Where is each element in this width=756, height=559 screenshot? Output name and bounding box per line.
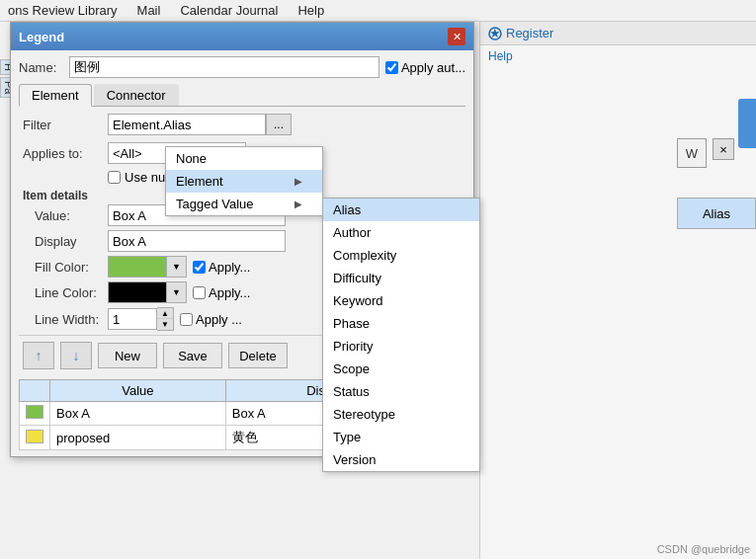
line-width-spinner[interactable]: ▲ ▼ [157, 307, 174, 331]
table-cell-color [20, 402, 50, 426]
app-menubar: ons Review Library Mail Calendar Journal… [0, 0, 756, 22]
submenu-status[interactable]: Status [323, 380, 479, 403]
menu-tagged-value[interactable]: Tagged Value ▶ [166, 193, 322, 215]
table-header-color [20, 380, 50, 402]
menu-review[interactable]: ons Review Library [4, 1, 122, 20]
submenu-complexity[interactable]: Complexity [323, 244, 479, 267]
submenu-type[interactable]: Type [323, 426, 479, 448]
menu-none[interactable]: None [166, 147, 322, 170]
applies-label: Applies to: [19, 146, 108, 161]
display-input[interactable] [108, 230, 286, 252]
filter-popup-menu: None Element ▶ Tagged Value ▶ [165, 146, 323, 216]
filter-input[interactable] [108, 114, 266, 135]
register-icon: ★ [488, 27, 502, 40]
submenu-version[interactable]: Version [323, 448, 479, 471]
name-label: Name: [19, 60, 63, 75]
name-row: Name: Apply aut... [19, 56, 465, 78]
name-input[interactable] [69, 56, 379, 78]
table-header-value: Value [50, 380, 226, 402]
submenu-author[interactable]: Author [323, 221, 479, 244]
fill-color-dropdown[interactable]: ▼ [167, 256, 187, 278]
fill-color-swatch[interactable] [108, 256, 167, 278]
arrow-down-button[interactable]: ↓ [60, 342, 92, 369]
width-apply-check[interactable]: Apply ... [180, 312, 242, 327]
spinner-up[interactable]: ▲ [157, 308, 173, 319]
fill-apply-check[interactable]: Apply... [193, 260, 250, 275]
numeric-checkbox[interactable] [108, 171, 121, 184]
menu-mail[interactable]: Mail [133, 1, 165, 20]
line-apply-check[interactable]: Apply... [193, 285, 250, 300]
display-label: Display [19, 234, 108, 249]
fill-apply-checkbox[interactable] [193, 261, 206, 274]
menu-element[interactable]: Element ▶ [166, 170, 322, 193]
line-color-dropdown[interactable]: ▼ [167, 281, 187, 303]
menu-calendar[interactable]: Calendar Journal [176, 1, 282, 20]
tabs-row: Element Connector [19, 84, 465, 107]
delete-button[interactable]: Delete [228, 343, 288, 368]
submenu-keyword[interactable]: Keyword [323, 289, 479, 312]
apply-auto-check[interactable]: Apply aut... [385, 60, 465, 75]
filter-dots-button[interactable]: ... [266, 114, 292, 135]
submenu-difficulty[interactable]: Difficulty [323, 267, 479, 289]
w-dialog: W [677, 138, 707, 168]
submenu-phase[interactable]: Phase [323, 312, 479, 335]
submenu-stereotype[interactable]: Stereotype [323, 403, 479, 426]
line-width-input[interactable] [108, 308, 157, 330]
w-close-button[interactable]: × [713, 138, 734, 160]
dialog-title: Legend [19, 30, 64, 44]
element-submenu: Alias Author Complexity Difficulty Keywo… [322, 198, 480, 472]
apply-auto-checkbox[interactable] [385, 61, 398, 74]
dialog-titlebar: Legend ✕ [11, 23, 473, 50]
table-cell-color [20, 426, 50, 450]
watermark: CSDN @quebridge [657, 543, 750, 555]
register-button[interactable]: ★ Register [488, 26, 553, 40]
line-color-label: Line Color: [19, 285, 108, 300]
filter-row: Filter ... [19, 113, 465, 136]
line-width-label: Line Width: [19, 312, 108, 327]
submenu-scope[interactable]: Scope [323, 358, 479, 380]
dialog-close-button[interactable]: ✕ [448, 28, 465, 45]
submenu-priority[interactable]: Priority [323, 335, 479, 358]
svg-text:★: ★ [489, 27, 501, 40]
width-apply-checkbox[interactable] [180, 313, 193, 326]
fill-color-label: Fill Color: [19, 260, 108, 275]
tab-connector[interactable]: Connector [94, 84, 179, 106]
save-button[interactable]: Save [163, 343, 222, 368]
arrow-up-button[interactable]: ↑ [23, 342, 54, 369]
alias-highlight-panel: Alias [677, 198, 756, 229]
tab-element[interactable]: Element [19, 84, 92, 107]
menu-help[interactable]: Help [294, 1, 328, 20]
value-label: Value: [19, 208, 108, 223]
table-cell-value: proposed [50, 426, 226, 450]
right-panel: ★ Register Help [479, 22, 756, 559]
blue-sidebar-bar [738, 99, 756, 148]
line-color-swatch[interactable] [108, 281, 167, 303]
new-button[interactable]: New [98, 343, 157, 368]
line-apply-checkbox[interactable] [193, 286, 206, 299]
submenu-alias[interactable]: Alias [323, 199, 479, 221]
spinner-down[interactable]: ▼ [157, 319, 173, 330]
filter-label: Filter [19, 118, 108, 132]
table-cell-value: Box A [50, 402, 226, 426]
right-panel-header: ★ Register [480, 22, 756, 45]
help-link[interactable]: Help [480, 45, 756, 67]
